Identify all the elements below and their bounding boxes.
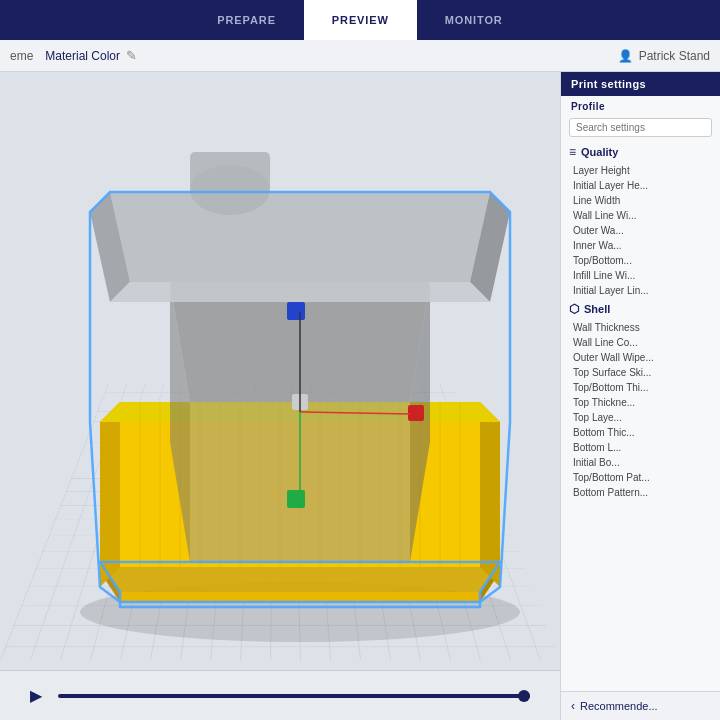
- settings-item-wall-line-width[interactable]: Wall Line Wi...: [561, 208, 720, 223]
- settings-item-bottom-layers[interactable]: Bottom L...: [561, 440, 720, 455]
- settings-item-bottom-thickness[interactable]: Bottom Thic...: [561, 425, 720, 440]
- bottom-bar: ▶: [0, 670, 560, 720]
- search-settings-input[interactable]: [569, 118, 712, 137]
- svg-marker-7: [480, 402, 500, 587]
- settings-item-wall-line-count[interactable]: Wall Line Co...: [561, 335, 720, 350]
- svg-rect-35: [190, 152, 270, 192]
- breadcrumb: eme Material Color ✎: [10, 48, 137, 63]
- nav-preview[interactable]: PREVIEW: [304, 0, 417, 40]
- layer-slider[interactable]: [58, 694, 530, 698]
- svg-rect-38: [287, 302, 305, 320]
- quality-label: Quality: [581, 146, 618, 158]
- user-name: Patrick Stand: [639, 49, 710, 63]
- shell-group-header[interactable]: ⬡ Shell: [561, 298, 720, 320]
- settings-item-inner-wall[interactable]: Inner Wa...: [561, 238, 720, 253]
- svg-marker-6: [100, 402, 120, 587]
- svg-rect-39: [408, 405, 424, 421]
- breadcrumb-parent: eme: [10, 49, 33, 63]
- settings-item-line-width[interactable]: Line Width: [561, 193, 720, 208]
- viewport[interactable]: ▶: [0, 72, 560, 720]
- settings-item-top-bottom-thickness[interactable]: Top/Bottom Thi...: [561, 380, 720, 395]
- settings-item-wall-thickness[interactable]: Wall Thickness: [561, 320, 720, 335]
- recommend-label: Recommende...: [580, 700, 658, 712]
- slider-thumb[interactable]: [518, 690, 530, 702]
- settings-item-top-bottom-pattern[interactable]: Top/Bottom Pat...: [561, 470, 720, 485]
- svg-marker-30: [110, 192, 490, 282]
- user-info: 👤 Patrick Stand: [618, 49, 710, 63]
- settings-item-initial-layer-line[interactable]: Initial Layer Lin...: [561, 283, 720, 298]
- model-container: [50, 132, 550, 662]
- profile-label: Profile: [561, 96, 720, 114]
- breadcrumb-current: Material Color: [45, 49, 120, 63]
- settings-item-infill-line[interactable]: Infill Line Wi...: [561, 268, 720, 283]
- quality-group-header[interactable]: ≡ Quality: [561, 141, 720, 163]
- shell-icon: ⬡: [569, 302, 579, 316]
- settings-item-outer-wall[interactable]: Outer Wa...: [561, 223, 720, 238]
- settings-item-outer-wall-wipe[interactable]: Outer Wall Wipe...: [561, 350, 720, 365]
- shell-label: Shell: [584, 303, 610, 315]
- main-layout: ▶ Print settings Profile ≡ Quality Layer…: [0, 72, 720, 720]
- settings-item-top-layers[interactable]: Top Laye...: [561, 410, 720, 425]
- settings-item-top-bottom[interactable]: Top/Bottom...: [561, 253, 720, 268]
- svg-marker-33: [110, 282, 490, 302]
- recommend-button[interactable]: ‹ Recommende...: [561, 691, 720, 720]
- settings-item-initial-layer-height[interactable]: Initial Layer He...: [561, 178, 720, 193]
- edit-icon[interactable]: ✎: [126, 48, 137, 63]
- settings-item-top-thickness[interactable]: Top Thickne...: [561, 395, 720, 410]
- right-panel: Print settings Profile ≡ Quality Layer H…: [560, 72, 720, 720]
- quality-icon: ≡: [569, 145, 576, 159]
- play-button[interactable]: ▶: [30, 686, 42, 705]
- settings-item-initial-bottom[interactable]: Initial Bo...: [561, 455, 720, 470]
- nav-monitor[interactable]: MONITOR: [417, 0, 531, 40]
- top-navigation: PREPARE PREVIEW MONITOR: [0, 0, 720, 40]
- settings-item-layer-height[interactable]: Layer Height: [561, 163, 720, 178]
- chevron-left-icon: ‹: [571, 699, 575, 713]
- settings-item-bottom-pattern[interactable]: Bottom Pattern...: [561, 485, 720, 500]
- settings-item-top-surface-skin[interactable]: Top Surface Ski...: [561, 365, 720, 380]
- panel-header: Print settings: [561, 72, 720, 96]
- user-icon: 👤: [618, 49, 633, 63]
- model-svg: [50, 132, 550, 662]
- nav-prepare[interactable]: PREPARE: [189, 0, 304, 40]
- svg-rect-40: [287, 490, 305, 508]
- breadcrumb-bar: eme Material Color ✎ 👤 Patrick Stand: [0, 40, 720, 72]
- svg-marker-4: [120, 592, 480, 602]
